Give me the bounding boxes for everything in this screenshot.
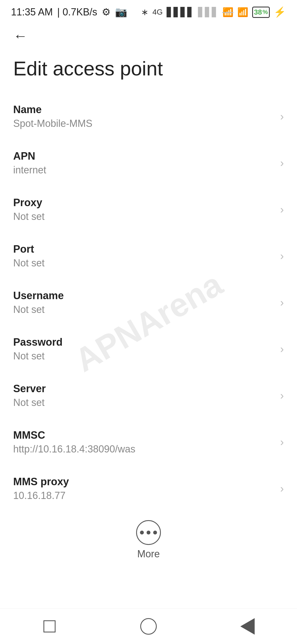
page-title: Edit access point bbox=[0, 47, 297, 93]
speed-display: | 0.7KB/s bbox=[57, 6, 97, 18]
settings-item-proxy-label: Proxy bbox=[13, 197, 275, 209]
settings-item-mms-proxy-label: MMS proxy bbox=[13, 476, 275, 488]
settings-item-apn[interactable]: APN internet › bbox=[0, 140, 297, 186]
settings-item-name-content: Name Spot-Mobile-MMS bbox=[13, 104, 275, 129]
settings-item-mmsc[interactable]: MMSC http://10.16.18.4:38090/was › bbox=[0, 419, 297, 465]
settings-item-proxy[interactable]: Proxy Not set › bbox=[0, 186, 297, 233]
status-bar: 11:35 AM | 0.7KB/s ⚙ 📷 ∗ 4G ▋▋▋▋ ▋▋▋ 📶 📶… bbox=[0, 0, 297, 22]
back-icon bbox=[240, 618, 255, 635]
settings-item-username-content: Username Not set bbox=[13, 290, 275, 315]
battery-percent: % bbox=[262, 9, 268, 16]
bluetooth-icon: ∗ bbox=[141, 7, 148, 17]
settings-item-mmsc-content: MMSC http://10.16.18.4:38090/was bbox=[13, 429, 275, 455]
settings-item-mmsc-label: MMSC bbox=[13, 429, 275, 441]
settings-item-port-content: Port Not set bbox=[13, 243, 275, 269]
chevron-right-icon: › bbox=[280, 436, 284, 448]
settings-item-password-content: Password Not set bbox=[13, 336, 275, 362]
more-dots bbox=[140, 531, 157, 534]
settings-item-username-value: Not set bbox=[13, 304, 275, 315]
chevron-right-icon: › bbox=[280, 203, 284, 216]
chevron-right-icon: › bbox=[280, 296, 284, 309]
nav-bar bbox=[0, 608, 297, 644]
signal-bars-icon: ▋▋▋▋ bbox=[167, 7, 194, 17]
settings-item-name[interactable]: Name Spot-Mobile-MMS › bbox=[0, 93, 297, 140]
signal-icon: 4G bbox=[152, 8, 163, 17]
nav-recents-button[interactable] bbox=[38, 615, 61, 637]
settings-item-username[interactable]: Username Not set › bbox=[0, 279, 297, 326]
settings-item-server[interactable]: Server Not set › bbox=[0, 372, 297, 419]
wifi-icon: 📶 bbox=[237, 7, 248, 17]
settings-item-mms-proxy-value: 10.16.18.77 bbox=[13, 490, 275, 501]
settings-item-server-content: Server Not set bbox=[13, 383, 275, 408]
more-button[interactable] bbox=[136, 520, 161, 545]
recents-icon bbox=[43, 620, 56, 632]
settings-item-apn-value: internet bbox=[13, 164, 275, 176]
video-icon: 📷 bbox=[115, 6, 127, 18]
settings-item-mms-proxy[interactable]: MMS proxy 10.16.18.77 › bbox=[0, 465, 297, 512]
settings-item-port[interactable]: Port Not set › bbox=[0, 233, 297, 279]
dot-2 bbox=[147, 531, 150, 534]
battery-indicator: 38 % bbox=[252, 7, 270, 18]
settings-item-server-label: Server bbox=[13, 383, 275, 395]
settings-item-apn-content: APN internet bbox=[13, 150, 275, 176]
settings-item-proxy-content: Proxy Not set bbox=[13, 197, 275, 222]
status-right: ∗ 4G ▋▋▋▋ ▋▋▋ 📶 📶 38 % ⚡ bbox=[141, 6, 286, 18]
settings-item-name-label: Name bbox=[13, 104, 275, 116]
settings-item-port-label: Port bbox=[13, 243, 275, 255]
more-section: More bbox=[0, 512, 297, 565]
dot-1 bbox=[140, 531, 144, 534]
settings-item-mms-proxy-content: MMS proxy 10.16.18.77 bbox=[13, 476, 275, 501]
chevron-right-icon: › bbox=[280, 389, 284, 402]
settings-item-apn-label: APN bbox=[13, 150, 275, 162]
status-left: 11:35 AM | 0.7KB/s ⚙ 📷 bbox=[11, 6, 127, 18]
settings-item-server-value: Not set bbox=[13, 397, 275, 408]
settings-item-proxy-value: Not set bbox=[13, 211, 275, 222]
time-display: 11:35 AM bbox=[11, 6, 53, 18]
no-signal-icon: 📶 bbox=[222, 7, 233, 17]
settings-icon: ⚙ bbox=[102, 6, 111, 18]
chevron-right-icon: › bbox=[280, 157, 284, 169]
settings-list: Name Spot-Mobile-MMS › APN internet › Pr… bbox=[0, 93, 297, 512]
chevron-right-icon: › bbox=[280, 110, 284, 123]
settings-item-port-value: Not set bbox=[13, 257, 275, 269]
settings-item-username-label: Username bbox=[13, 290, 275, 302]
back-button[interactable]: ← bbox=[13, 28, 28, 44]
settings-item-name-value: Spot-Mobile-MMS bbox=[13, 118, 275, 129]
settings-item-password-label: Password bbox=[13, 336, 275, 348]
signal-bars-2-icon: ▋▋▋ bbox=[198, 7, 219, 17]
dot-3 bbox=[153, 531, 157, 534]
settings-item-password-value: Not set bbox=[13, 350, 275, 362]
battery-level: 38 bbox=[254, 8, 262, 17]
header: ← bbox=[0, 22, 297, 47]
nav-home-button[interactable] bbox=[138, 615, 160, 637]
chevron-right-icon: › bbox=[280, 250, 284, 262]
more-label: More bbox=[137, 548, 160, 560]
nav-back-button[interactable] bbox=[237, 615, 258, 637]
settings-item-password[interactable]: Password Not set › bbox=[0, 326, 297, 372]
home-icon bbox=[140, 618, 157, 635]
chevron-right-icon: › bbox=[280, 482, 284, 495]
settings-item-mmsc-value: http://10.16.18.4:38090/was bbox=[13, 443, 275, 455]
chevron-right-icon: › bbox=[280, 343, 284, 355]
charging-icon: ⚡ bbox=[274, 6, 286, 18]
